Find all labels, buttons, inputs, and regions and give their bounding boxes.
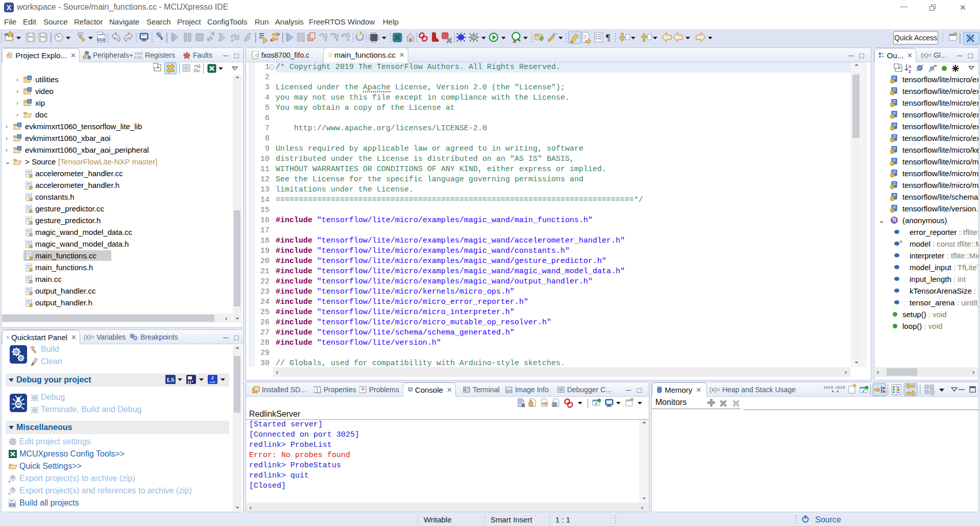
svg-text:¶: ¶ bbox=[606, 32, 610, 43]
svg-text:0101: 0101 bbox=[134, 56, 143, 59]
svg-text:.c: .c bbox=[253, 53, 258, 58]
svg-text:!: ! bbox=[892, 209, 893, 212]
svg-text:Link: Link bbox=[209, 380, 215, 384]
svg-text:010: 010 bbox=[506, 389, 512, 392]
svg-text:!: ! bbox=[892, 138, 893, 142]
svg-text:C: C bbox=[28, 100, 31, 103]
svg-text:C: C bbox=[18, 135, 20, 138]
svg-text:!: ! bbox=[892, 185, 893, 189]
svg-text:1010: 1010 bbox=[823, 385, 833, 390]
svg-text:!: ! bbox=[892, 115, 893, 118]
svg-text:.c: .c bbox=[329, 54, 332, 56]
svg-text:J: J bbox=[211, 375, 213, 380]
svg-text:!: ! bbox=[892, 162, 893, 165]
svg-text:!: ! bbox=[892, 174, 893, 177]
svg-text:010: 010 bbox=[10, 503, 15, 507]
svg-text:C: C bbox=[18, 123, 20, 127]
svg-text:LS: LS bbox=[167, 376, 175, 384]
svg-text:!: ! bbox=[892, 150, 893, 154]
svg-text:1010: 1010 bbox=[134, 52, 143, 56]
svg-text:!: ! bbox=[892, 127, 893, 130]
svg-text:!: ! bbox=[892, 103, 893, 107]
svg-text:C: C bbox=[28, 88, 31, 91]
svg-text:1010: 1010 bbox=[835, 385, 845, 390]
svg-text:C: C bbox=[18, 147, 20, 150]
svg-text:010: 010 bbox=[97, 37, 105, 42]
svg-text:!: ! bbox=[892, 80, 893, 83]
svg-text:!: ! bbox=[892, 197, 893, 201]
svg-text:C: C bbox=[28, 76, 31, 80]
svg-text:!: ! bbox=[892, 91, 893, 95]
